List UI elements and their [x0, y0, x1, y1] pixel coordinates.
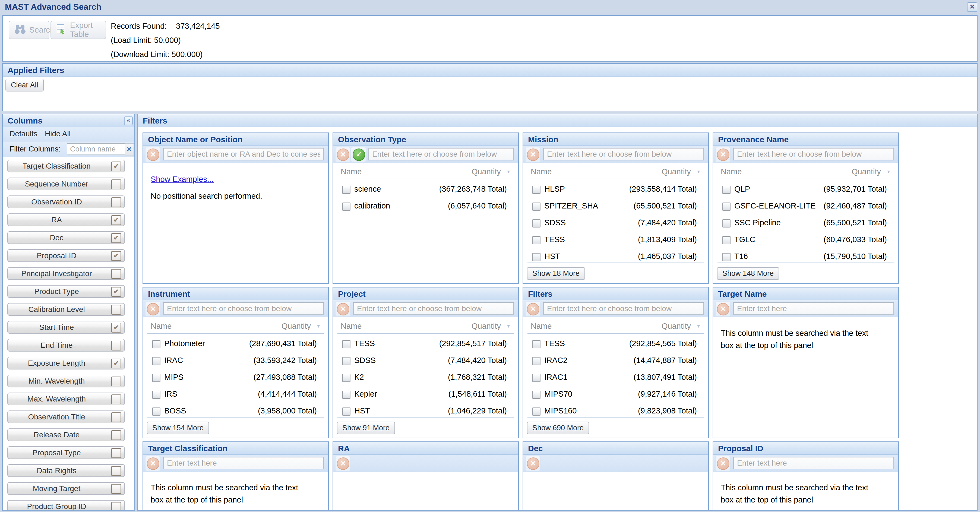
filter-text-input[interactable] — [368, 148, 514, 161]
cancel-filter-button[interactable]: ✕ — [335, 456, 350, 471]
hide-all-link[interactable]: Hide All — [45, 129, 71, 138]
row-checkbox[interactable] — [152, 374, 161, 382]
column-checkbox[interactable]: ✔ — [111, 233, 121, 243]
column-toggle-button[interactable]: Observation ID — [7, 196, 125, 208]
column-toggle-button[interactable]: Target Classification✔ — [7, 160, 125, 172]
cancel-filter-button[interactable]: ✕ — [335, 302, 350, 316]
list-header-name[interactable]: Name — [341, 167, 361, 176]
row-checkbox[interactable] — [342, 186, 350, 194]
row-checkbox[interactable] — [532, 219, 541, 227]
column-checkbox[interactable] — [111, 448, 121, 458]
filter-text-input[interactable] — [733, 302, 894, 315]
list-header-name[interactable]: Name — [341, 322, 361, 331]
row-checkbox[interactable] — [342, 374, 350, 382]
column-checkbox[interactable] — [111, 484, 121, 494]
row-checkbox[interactable] — [532, 253, 541, 261]
filter-columns-input[interactable] — [67, 143, 127, 155]
row-checkbox[interactable] — [532, 340, 541, 348]
column-checkbox[interactable]: ✔ — [111, 359, 121, 368]
column-toggle-button[interactable]: Proposal ID✔ — [7, 249, 125, 262]
row-checkbox[interactable] — [152, 340, 161, 348]
list-header-name[interactable]: Name — [151, 322, 172, 331]
list-header-name[interactable]: Name — [531, 167, 552, 176]
column-checkbox[interactable]: ✔ — [111, 215, 121, 225]
row-checkbox[interactable] — [152, 391, 161, 399]
cancel-filter-button[interactable]: ✕ — [715, 456, 730, 471]
column-checkbox[interactable]: ✔ — [111, 323, 121, 332]
column-toggle-button[interactable]: Proposal Type — [7, 446, 125, 459]
filter-text-input[interactable] — [543, 302, 704, 315]
column-toggle-button[interactable]: Product Type✔ — [7, 285, 125, 298]
column-checkbox[interactable] — [111, 502, 121, 510]
row-checkbox[interactable] — [722, 202, 730, 211]
row-checkbox[interactable] — [152, 407, 161, 416]
show-more-button[interactable]: Show 148 More — [717, 267, 779, 280]
row-checkbox[interactable] — [532, 357, 541, 365]
column-checkbox[interactable]: ✔ — [111, 251, 121, 261]
filter-text-input[interactable] — [733, 457, 894, 469]
list-header-name[interactable]: Name — [721, 167, 741, 176]
column-toggle-button[interactable]: Max. Wavelength — [7, 393, 125, 405]
filter-text-input[interactable] — [733, 148, 894, 161]
search-button[interactable]: Search — [9, 21, 49, 39]
cancel-filter-button[interactable]: ✕ — [335, 147, 350, 162]
column-toggle-button[interactable]: Start Time✔ — [7, 321, 125, 334]
row-checkbox[interactable] — [532, 374, 541, 382]
list-header-quantity[interactable]: Quantity — [471, 322, 501, 331]
column-toggle-button[interactable]: Release Date — [7, 428, 125, 441]
column-toggle-button[interactable]: Dec✔ — [7, 231, 125, 244]
list-header-quantity[interactable]: Quantity — [282, 322, 311, 331]
column-checkbox[interactable] — [111, 394, 121, 404]
list-header-quantity[interactable]: Quantity — [471, 167, 501, 176]
column-checkbox[interactable]: ✔ — [111, 162, 121, 171]
column-toggle-button[interactable]: Sequence Number — [7, 178, 125, 190]
row-checkbox[interactable] — [532, 236, 541, 244]
row-checkbox[interactable] — [342, 391, 350, 399]
column-checkbox[interactable] — [111, 180, 121, 189]
cancel-filter-button[interactable]: ✕ — [145, 147, 161, 162]
row-checkbox[interactable] — [532, 186, 541, 194]
clear-all-button[interactable]: Clear All — [5, 79, 44, 92]
close-icon[interactable]: ✕ — [967, 2, 977, 12]
row-checkbox[interactable] — [342, 357, 350, 365]
filter-text-input[interactable] — [163, 148, 324, 161]
show-examples-link[interactable]: Show Examples... — [151, 175, 214, 184]
column-toggle-button[interactable]: End Time — [7, 339, 125, 351]
list-header-quantity[interactable]: Quantity — [851, 167, 881, 176]
row-checkbox[interactable] — [342, 340, 350, 348]
row-checkbox[interactable] — [342, 407, 350, 416]
column-toggle-button[interactable]: Observation Title — [7, 410, 125, 423]
show-more-button[interactable]: Show 690 More — [527, 421, 589, 434]
export-table-button[interactable]: Export Table — [51, 21, 106, 39]
column-toggle-button[interactable]: RA✔ — [7, 213, 125, 226]
filter-text-input[interactable] — [353, 302, 514, 315]
filter-text-input[interactable] — [543, 148, 704, 161]
column-checkbox[interactable] — [111, 377, 121, 386]
row-checkbox[interactable] — [722, 186, 730, 194]
row-checkbox[interactable] — [532, 202, 541, 211]
column-toggle-button[interactable]: Moving Target — [7, 482, 125, 495]
column-checkbox[interactable] — [111, 412, 121, 422]
row-checkbox[interactable] — [532, 391, 541, 399]
cancel-filter-button[interactable]: ✕ — [525, 302, 541, 316]
list-header-quantity[interactable]: Quantity — [662, 322, 691, 331]
show-more-button[interactable]: Show 154 More — [147, 421, 209, 434]
column-toggle-button[interactable]: Data Rights — [7, 464, 125, 477]
collapse-panel-icon[interactable]: « — [124, 116, 133, 125]
column-checkbox[interactable]: ✔ — [111, 287, 121, 297]
clear-filter-input-icon[interactable]: ✕ — [125, 143, 134, 156]
column-toggle-button[interactable]: Calibration Level — [7, 303, 125, 316]
accept-filter-button[interactable]: ✓ — [351, 147, 366, 162]
cancel-filter-button[interactable]: ✕ — [715, 147, 730, 162]
show-more-button[interactable]: Show 91 More — [337, 421, 395, 434]
row-checkbox[interactable] — [722, 253, 730, 261]
column-toggle-button[interactable]: Principal Investigator — [7, 267, 125, 280]
column-toggle-button[interactable]: Exposure Length✔ — [7, 357, 125, 369]
list-header-name[interactable]: Name — [531, 322, 552, 331]
list-header-quantity[interactable]: Quantity — [662, 167, 691, 176]
cancel-filter-button[interactable]: ✕ — [525, 456, 541, 471]
cancel-filter-button[interactable]: ✕ — [715, 302, 730, 316]
row-checkbox[interactable] — [342, 202, 350, 211]
column-checkbox[interactable] — [111, 341, 121, 350]
row-checkbox[interactable] — [532, 407, 541, 416]
